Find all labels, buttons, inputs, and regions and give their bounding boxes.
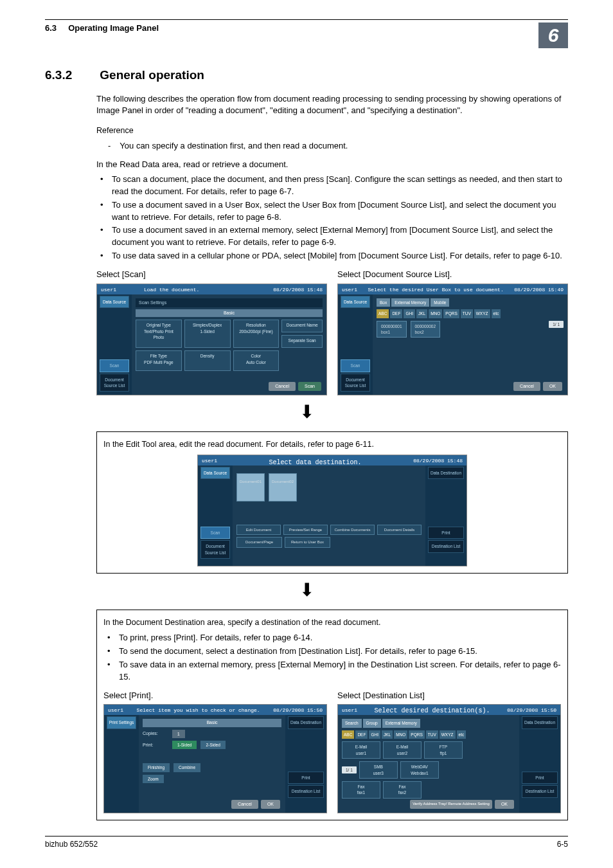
dest-entry[interactable]: Faxfax2 bbox=[383, 781, 422, 799]
finishing-button[interactable]: Finishing bbox=[143, 763, 170, 772]
sidebar-scan-button[interactable]: Scan bbox=[341, 359, 370, 372]
right-print[interactable]: Print bbox=[428, 527, 464, 539]
tile-document-name[interactable]: Document Name bbox=[281, 320, 323, 332]
alpha-tab[interactable]: GHI bbox=[404, 309, 415, 318]
document-thumb[interactable]: Document01 bbox=[236, 473, 265, 502]
list-item: To scan a document, place the document, … bbox=[96, 174, 568, 198]
caption-select-scan: Select [Scan] bbox=[96, 269, 327, 281]
alpha-tab[interactable]: PQRS bbox=[409, 730, 424, 739]
tab-group[interactable]: Group bbox=[363, 719, 381, 727]
list-item: To use data saved in a cellular phone or… bbox=[96, 250, 568, 262]
ok-button[interactable]: OK bbox=[261, 800, 280, 809]
right-print[interactable]: Print bbox=[522, 772, 558, 784]
combine-button[interactable]: Combine bbox=[173, 763, 200, 772]
basic-tab[interactable]: Basic bbox=[143, 719, 281, 727]
alpha-tab[interactable]: JKL bbox=[382, 730, 393, 739]
verify-address-button[interactable]: Verify Address Tray/ Remote Address Sett… bbox=[410, 800, 492, 809]
destination-step-frame: In the Document Destination area, specif… bbox=[96, 610, 568, 820]
one-sided-button[interactable]: 1-Sided bbox=[172, 741, 197, 749]
right-destination-list[interactable]: Destination List bbox=[288, 785, 324, 797]
sidebar-document-source-list[interactable]: Document Source List bbox=[100, 374, 129, 392]
cancel-button[interactable]: Cancel bbox=[513, 382, 540, 391]
tab-box[interactable]: Box bbox=[377, 298, 390, 307]
right-data-destination[interactable]: Data Destination bbox=[288, 716, 324, 728]
ok-button[interactable]: OK bbox=[495, 800, 514, 809]
right-print[interactable]: Print bbox=[288, 772, 324, 784]
alpha-tab[interactable]: etc bbox=[457, 730, 466, 739]
tool-combine[interactable]: Combine Documents bbox=[330, 525, 375, 536]
alpha-tab[interactable]: ABC bbox=[377, 309, 389, 318]
tab-external-memory[interactable]: External Memory bbox=[382, 719, 420, 727]
sidebar-data-source[interactable]: Data Source bbox=[100, 296, 129, 308]
alpha-tab[interactable]: etc bbox=[492, 309, 501, 318]
tile-simplex-duplex[interactable]: Simplex/Duplex1-Sided bbox=[184, 320, 231, 348]
tile-original-type[interactable]: Original TypeText/Photo Print Photo bbox=[136, 320, 182, 348]
tool-preview[interactable]: Preview/Set Range bbox=[283, 525, 328, 536]
basic-tab[interactable]: Basic bbox=[136, 309, 323, 317]
dest-entry[interactable]: E-Mailuser1 bbox=[342, 741, 380, 759]
alpha-tab[interactable]: MNO bbox=[429, 309, 442, 318]
alpha-tab[interactable]: PQRS bbox=[443, 309, 459, 318]
alpha-tab[interactable]: WXYZ bbox=[440, 730, 456, 739]
scan-settings-label: Scan Settings bbox=[136, 298, 323, 307]
alpha-tab[interactable]: WXYZ bbox=[474, 309, 490, 318]
right-data-destination[interactable]: Data Destination bbox=[522, 716, 558, 728]
alpha-tab[interactable]: TUV bbox=[461, 309, 473, 318]
chapter-number-box: 6 bbox=[538, 23, 568, 48]
zoom-button[interactable]: Zoom bbox=[143, 775, 164, 783]
sidebar-document-source-list[interactable]: Document Source List bbox=[200, 540, 230, 559]
dest-entry[interactable]: SMBuser3 bbox=[359, 761, 398, 779]
destination-lead: In the Document Destination area, specif… bbox=[103, 617, 561, 628]
user-box-item[interactable]: 000000002box2 bbox=[411, 321, 441, 338]
cancel-button[interactable]: Cancel bbox=[269, 382, 296, 391]
page-footer: bizhub 652/552 6-5 bbox=[45, 836, 568, 850]
dest-entry[interactable]: E-Mailuser2 bbox=[383, 741, 422, 759]
sidebar-scan-button[interactable]: Scan bbox=[200, 527, 230, 539]
dest-entry[interactable]: FTPftp1 bbox=[424, 741, 463, 759]
right-destination-list[interactable]: Destination List bbox=[522, 785, 558, 797]
alpha-tab[interactable]: GHI bbox=[369, 730, 380, 739]
alpha-tab[interactable]: DEF bbox=[355, 730, 368, 739]
tool-document-page[interactable]: Document/Page bbox=[236, 537, 282, 548]
dest-entry[interactable]: Faxfax1 bbox=[342, 781, 380, 799]
screenshot-scan-settings: user1 Load the document. The scan settin… bbox=[96, 284, 327, 395]
copies-value[interactable]: 1 bbox=[172, 730, 185, 738]
sidebar-data-source[interactable]: Data Source bbox=[200, 467, 230, 479]
sidebar-document-source-list[interactable]: Document Source List bbox=[341, 374, 370, 392]
user-box-item[interactable]: 000000001box1 bbox=[377, 321, 407, 338]
alpha-tab[interactable]: JKL bbox=[416, 309, 427, 318]
alpha-tab[interactable]: ABC bbox=[342, 730, 354, 739]
screenshot-banner: Select item you wish to check or change. bbox=[137, 707, 260, 714]
tile-color[interactable]: ColorAuto Color bbox=[233, 350, 280, 371]
scan-button[interactable]: Scan bbox=[298, 382, 321, 391]
right-data-destination[interactable]: Data Destination bbox=[428, 467, 464, 479]
tool-details[interactable]: Document Details bbox=[377, 525, 422, 536]
document-thumb[interactable]: Document02 bbox=[269, 473, 297, 502]
screenshot-print-settings: user1 Select item you wish to check or c… bbox=[103, 704, 327, 813]
tool-edit-document[interactable]: Edit Document bbox=[236, 525, 281, 536]
right-destination-list[interactable]: Destination List bbox=[428, 540, 464, 552]
caption-select-document-source: Select [Document Source List]. bbox=[337, 269, 568, 281]
sidebar-data-source[interactable]: Data Source bbox=[341, 296, 370, 308]
sidebar-print-settings[interactable]: Print Settings bbox=[107, 716, 136, 728]
sidebar-scan-button[interactable]: Scan bbox=[100, 359, 129, 372]
alpha-tab[interactable]: MNO bbox=[394, 730, 407, 739]
alpha-tab[interactable]: TUV bbox=[426, 730, 438, 739]
edit-step-text: In the Edit Tool area, edit the read doc… bbox=[103, 439, 561, 450]
footer-model: bizhub 652/552 bbox=[45, 839, 98, 850]
two-sided-button[interactable]: 2-Sided bbox=[200, 741, 225, 749]
ok-button[interactable]: OK bbox=[543, 382, 562, 391]
tile-separate-scan[interactable]: Separate Scan bbox=[281, 335, 323, 348]
tile-density[interactable]: Density bbox=[184, 350, 231, 371]
tile-resolution[interactable]: Resolution200x200dpi (Fine) bbox=[233, 320, 280, 348]
tab-search[interactable]: Search bbox=[342, 719, 362, 727]
dest-entry[interactable]: WebDAVWebdav1 bbox=[400, 761, 439, 779]
tab-mobile[interactable]: Mobile bbox=[431, 298, 449, 307]
copies-label: Copies: bbox=[143, 730, 168, 737]
tool-return[interactable]: Return to User Box bbox=[285, 537, 330, 548]
reference-label: Reference bbox=[96, 125, 568, 136]
tile-file-type[interactable]: File TypePDF Multi Page bbox=[136, 350, 182, 371]
cancel-button[interactable]: Cancel bbox=[231, 800, 258, 809]
alpha-tab[interactable]: DEF bbox=[390, 309, 402, 318]
tab-external-memory[interactable]: External Memory bbox=[391, 298, 429, 307]
